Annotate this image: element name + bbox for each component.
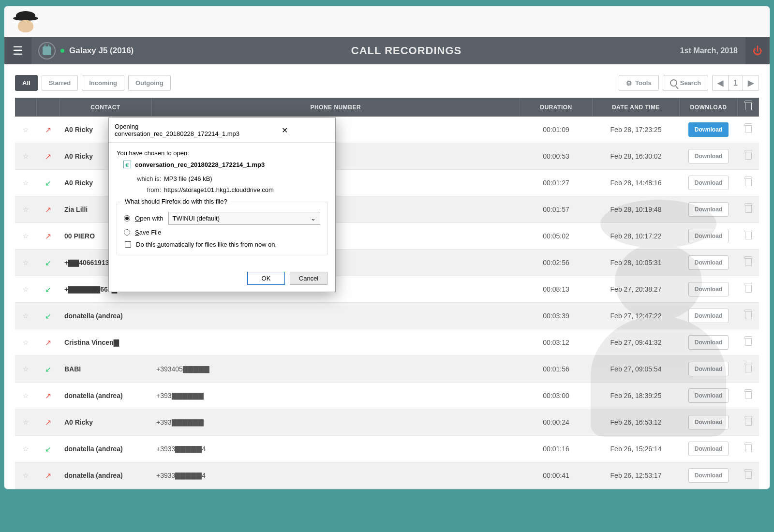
device-selector[interactable]: Galaxy J5 (2016)	[31, 42, 140, 59]
download-button[interactable]: Download	[688, 335, 729, 350]
filter-all[interactable]: All	[15, 75, 38, 91]
ok-button[interactable]: OK	[247, 272, 285, 285]
delete-button[interactable]	[738, 250, 759, 276]
star-toggle[interactable]: ☆	[15, 276, 36, 303]
star-toggle[interactable]: ☆	[15, 329, 36, 356]
star-toggle[interactable]: ☆	[15, 170, 36, 196]
tools-button[interactable]: ⚙Tools	[619, 75, 659, 91]
save-file-option[interactable]: Save File	[124, 229, 320, 236]
download-button[interactable]: Download	[688, 442, 729, 456]
delete-button[interactable]	[738, 462, 759, 489]
download-button[interactable]: Download	[688, 176, 729, 190]
contact-cell: A0 Ricky	[60, 409, 151, 436]
delete-button[interactable]	[738, 356, 759, 383]
delete-button[interactable]	[738, 436, 759, 462]
delete-button[interactable]	[738, 196, 759, 223]
filter-incoming[interactable]: Incoming	[82, 75, 124, 91]
download-button[interactable]: Download	[688, 388, 729, 403]
delete-button[interactable]	[738, 276, 759, 303]
search-label: Search	[680, 79, 701, 87]
star-toggle[interactable]: ☆	[15, 303, 36, 329]
delete-button[interactable]	[738, 303, 759, 329]
open-with-label: Open with	[135, 215, 164, 222]
open-with-option[interactable]: Open with TWINUI (default) ⌄	[124, 212, 320, 225]
auto-checkbox-row[interactable]: Do this automatically for files like thi…	[125, 241, 320, 248]
download-button[interactable]: Download	[688, 309, 729, 323]
col-direction	[36, 98, 60, 117]
download-button[interactable]: Download	[688, 149, 729, 163]
table-row: ☆↙donatella (andrea)+3933▇▇▇▇▇400:01:16F…	[15, 436, 759, 462]
pager: ◀ 1 ▶	[712, 75, 759, 91]
cancel-button[interactable]: Cancel	[290, 272, 327, 285]
star-toggle[interactable]: ☆	[15, 223, 36, 250]
trash-icon	[745, 311, 752, 319]
star-toggle[interactable]: ☆	[15, 250, 36, 276]
delete-button[interactable]	[738, 170, 759, 196]
direction-icon: ↙	[36, 436, 60, 462]
chevron-down-icon: ⌄	[311, 215, 316, 222]
star-toggle[interactable]: ☆	[15, 356, 36, 383]
duration-cell: 00:01:27	[520, 170, 593, 196]
search-button[interactable]: Search	[663, 75, 708, 91]
download-button[interactable]: Download	[688, 229, 729, 243]
filter-outgoing[interactable]: Outgoing	[128, 75, 171, 91]
delete-button[interactable]	[738, 223, 759, 250]
from-value: https://storage101.hkg1.clouddrive.com	[164, 186, 274, 193]
star-toggle[interactable]: ☆	[15, 117, 36, 143]
contact-cell: Cristina Vincen▇	[60, 329, 151, 356]
duration-cell: 00:01:09	[520, 117, 593, 143]
duration-cell: 00:08:13	[520, 276, 593, 303]
phone-cell: +3933▇▇▇▇▇4	[151, 436, 520, 462]
phone-cell: +393405▇▇▇▇▇	[151, 356, 520, 383]
brand-bar	[4, 6, 770, 37]
star-toggle[interactable]: ☆	[15, 436, 36, 462]
fieldset-legend: What should Firefox do with this file?	[122, 198, 230, 205]
power-button[interactable]: ⏻	[745, 37, 770, 64]
direction-icon: ↗	[36, 196, 60, 223]
download-button[interactable]: Download	[688, 202, 729, 217]
trash-icon	[745, 152, 752, 160]
pager-next[interactable]: ▶	[743, 75, 759, 90]
download-button[interactable]: Download	[688, 282, 729, 296]
direction-icon: ↙	[36, 276, 60, 303]
download-button[interactable]: Download	[688, 415, 729, 429]
download-button[interactable]: Download	[688, 362, 729, 376]
delete-button[interactable]	[738, 117, 759, 143]
download-button[interactable]: Download	[688, 122, 729, 137]
open-with-select[interactable]: TWINUI (default) ⌄	[168, 212, 320, 225]
datetime-cell: Feb 26, 18:39:25	[593, 383, 680, 409]
auto-label: Do this automatically for files like thi…	[136, 241, 277, 248]
filter-starred[interactable]: Starred	[42, 75, 78, 91]
star-toggle[interactable]: ☆	[15, 143, 36, 170]
app-window: ☰ Galaxy J5 (2016) CALL RECORDINGS 1st M…	[4, 6, 770, 489]
trash-icon	[745, 418, 752, 426]
datetime-cell: Feb 28, 14:48:16	[593, 170, 680, 196]
delete-button[interactable]	[738, 409, 759, 436]
phone-cell	[151, 303, 520, 329]
download-button[interactable]: Download	[688, 468, 729, 483]
menu-button[interactable]: ☰	[4, 37, 31, 64]
star-toggle[interactable]: ☆	[15, 462, 36, 489]
star-toggle[interactable]: ☆	[15, 409, 36, 436]
delete-button[interactable]	[738, 143, 759, 170]
dialog-titlebar: Opening conversation_rec_20180228_172214…	[109, 118, 335, 143]
pager-current[interactable]: 1	[729, 76, 743, 90]
delete-button[interactable]	[738, 329, 759, 356]
datetime-cell: Feb 27, 09:05:54	[593, 356, 680, 383]
star-toggle[interactable]: ☆	[15, 196, 36, 223]
download-button[interactable]: Download	[688, 255, 729, 270]
tools-label: Tools	[635, 79, 652, 87]
pager-prev[interactable]: ◀	[713, 75, 729, 90]
star-toggle[interactable]: ☆	[15, 383, 36, 409]
trash-icon	[745, 471, 752, 479]
delete-button[interactable]	[738, 383, 759, 409]
trash-icon	[745, 365, 752, 372]
duration-cell: 00:00:24	[520, 409, 593, 436]
trash-icon	[745, 338, 752, 346]
dialog-close-button[interactable]: ✕	[239, 124, 329, 136]
contact-cell: BABI	[60, 356, 151, 383]
filter-toolbar: All Starred Incoming Outgoing ⚙Tools Sea…	[15, 75, 759, 91]
direction-icon: ↗	[36, 409, 60, 436]
page-title: CALL RECORDINGS	[140, 44, 672, 57]
trash-icon	[745, 391, 752, 399]
